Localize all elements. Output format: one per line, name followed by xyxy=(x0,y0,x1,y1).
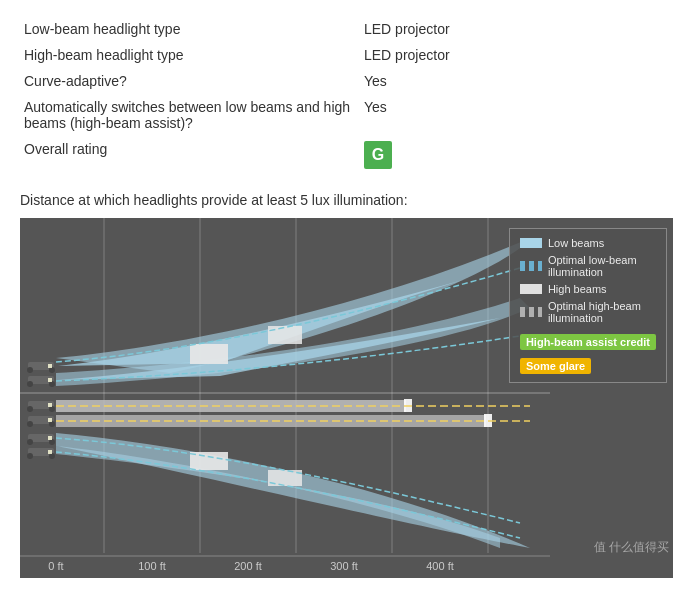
svg-point-37 xyxy=(27,453,33,459)
legend-high-beams: High beams xyxy=(520,283,656,295)
svg-text:0 ft: 0 ft xyxy=(48,560,63,572)
svg-rect-11 xyxy=(48,364,52,368)
chart-legend: Low beams Optimal low-beamillumination H… xyxy=(509,228,667,383)
spec-value: LED projector xyxy=(360,16,673,42)
high-beams-swatch xyxy=(520,284,542,294)
svg-text:200 ft: 200 ft xyxy=(234,560,262,572)
watermark: 值 什么值得买 xyxy=(594,539,669,556)
svg-rect-25 xyxy=(48,403,52,407)
optimal-low-swatch xyxy=(520,261,542,271)
svg-rect-29 xyxy=(48,418,52,422)
high-beam-assist-badge: High-beam assist credit xyxy=(520,334,656,350)
spec-value: LED projector xyxy=(360,42,673,68)
svg-rect-15 xyxy=(48,378,52,382)
legend-optimal-high: Optimal high-beamillumination xyxy=(520,300,656,324)
svg-point-27 xyxy=(27,421,33,427)
svg-rect-6 xyxy=(190,344,228,364)
svg-text:300 ft: 300 ft xyxy=(330,560,358,572)
low-beams-label: Low beams xyxy=(548,237,604,249)
legend-low-beams: Low beams xyxy=(520,237,656,249)
spec-label: Automatically switches between low beams… xyxy=(20,94,360,136)
spec-value: G xyxy=(360,136,673,174)
svg-text:100 ft: 100 ft xyxy=(138,560,166,572)
specs-table: Low-beam headlight typeLED projectorHigh… xyxy=(20,16,673,174)
some-glare-badge: Some glare xyxy=(520,358,591,374)
spec-label: Overall rating xyxy=(20,136,360,174)
spec-label: Low-beam headlight type xyxy=(20,16,360,42)
headlight-chart: 0 ft 100 ft 200 ft 300 ft 400 ft Low bea… xyxy=(20,218,673,578)
optimal-high-swatch xyxy=(520,307,542,317)
rating-badge: G xyxy=(364,141,392,169)
svg-rect-39 xyxy=(48,450,52,454)
svg-point-23 xyxy=(27,406,33,412)
low-beams-swatch xyxy=(520,238,542,248)
high-beams-label: High beams xyxy=(548,283,607,295)
optimal-low-label: Optimal low-beamillumination xyxy=(548,254,637,278)
svg-point-33 xyxy=(27,439,33,445)
spec-label: High-beam headlight type xyxy=(20,42,360,68)
optimal-high-label: Optimal high-beamillumination xyxy=(548,300,641,324)
svg-point-13 xyxy=(27,381,33,387)
svg-text:400 ft: 400 ft xyxy=(426,560,454,572)
spec-label: Curve-adaptive? xyxy=(20,68,360,94)
legend-optimal-low: Optimal low-beamillumination xyxy=(520,254,656,278)
svg-point-9 xyxy=(27,367,33,373)
svg-rect-35 xyxy=(48,436,52,440)
svg-rect-7 xyxy=(268,326,302,344)
chart-title: Distance at which headlights provide at … xyxy=(20,192,673,208)
spec-value: Yes xyxy=(360,68,673,94)
spec-value: Yes xyxy=(360,94,673,136)
